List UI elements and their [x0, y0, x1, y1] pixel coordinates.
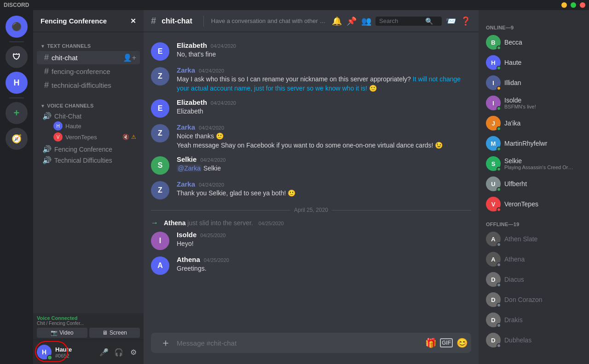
member-name-isolde: Isolde [504, 97, 582, 104]
text-channels-category[interactable]: ▼ TEXT CHANNELS [33, 36, 144, 51]
settings-button[interactable]: ⚙ [127, 346, 140, 358]
screen-icon: 🖥 [102, 330, 108, 336]
member-avatar-container: U [486, 176, 501, 191]
chat-header: # chit-chat Have a conversation and chat… [144, 10, 479, 32]
voice-connected-channel: Chit / Fencing Confer... [37, 321, 140, 326]
member-athenslate[interactable]: A Athen Slate [482, 229, 585, 249]
dm-icon[interactable]: 📨 [445, 16, 456, 27]
pinned-messages-icon[interactable]: 📌 [346, 16, 357, 27]
microphone-button[interactable]: 🎤 [98, 346, 110, 358]
gif-button[interactable]: GIF [440, 338, 453, 347]
message-text: May I ask who this is so I can rename yo… [177, 75, 471, 93]
system-user-link-athena[interactable]: Athena [164, 219, 185, 227]
member-avatar-container: J [486, 116, 501, 131]
member-selkie[interactable]: S Selkie Playing Assassin's Creed Origi.… [482, 154, 585, 174]
voice-fencing-name: Fencing Conference [54, 146, 112, 153]
explore-servers-button[interactable]: 🧭 [6, 128, 28, 150]
channel-item-fencing-conference[interactable]: # fencing-conference [37, 65, 140, 78]
member-drakis[interactable]: D Drakis [482, 310, 585, 330]
video-button[interactable]: 📷 Video [37, 328, 87, 338]
channel-name-chit-chat: chit-chat [52, 54, 121, 62]
voice-channel-tech[interactable]: 🔊 Technical Difficulties [37, 155, 140, 165]
minimize-button[interactable] [561, 2, 567, 8]
headset-button[interactable]: 🎧 [112, 346, 125, 358]
member-ulfberht[interactable]: U Ulfberht [482, 174, 585, 194]
member-avatar-container: M [486, 136, 501, 151]
author-elizabeth-2[interactable]: Elizabeth [177, 98, 207, 106]
member-info-haute: Haute [504, 59, 582, 66]
server-header[interactable]: Fencing Conference ✕ [33, 10, 144, 32]
member-verontepes[interactable]: V VeronTepes [482, 194, 585, 214]
author-zarka[interactable]: Zarka [177, 66, 195, 74]
member-name-ulfberht: Ulfberht [504, 180, 582, 188]
channel-item-technical-difficulties[interactable]: # technical-difficulties [37, 79, 140, 92]
voice-user-haute[interactable]: H Haute [53, 120, 136, 131]
member-martinrhyfelwr[interactable]: M MartinRhyfelwr [482, 133, 585, 154]
add-server-button[interactable]: + [6, 102, 28, 124]
author-zarka-2[interactable]: Zarka [177, 123, 195, 131]
search-input[interactable] [379, 17, 425, 24]
author-isolde[interactable]: Isolde [177, 231, 196, 239]
message-group-elizabeth-1: E Elizabeth 04/24/2020 No, that's fine [144, 40, 479, 63]
member-name-drakis: Drakis [504, 316, 582, 324]
avatar-elizabeth-2: E [151, 99, 169, 118]
user-info: Haute #0652 [55, 346, 94, 358]
author-athena[interactable]: Athena [177, 256, 200, 263]
member-dubhelas[interactable]: D Dubhelas [482, 330, 585, 350]
gift-icon[interactable]: 🎁 [423, 336, 438, 350]
server-name: Fencing Conference [40, 17, 107, 25]
message-group-elizabeth-2: E Elizabeth 04/24/2020 Elizabeth [144, 97, 479, 119]
avatar-zarka: Z [151, 67, 169, 85]
message-text: No, that's fine [177, 50, 471, 59]
member-isolde[interactable]: I Isolde BSFMN's live! [482, 93, 585, 113]
channel-item-chit-chat[interactable]: # chit-chat 👤+ [37, 51, 140, 64]
discord-home-icon[interactable]: ⚫ [6, 16, 28, 38]
author-elizabeth[interactable]: Elizabeth [177, 41, 207, 49]
member-doncorazon[interactable]: D Don Corazon [482, 290, 585, 310]
member-haute[interactable]: H Haute [482, 52, 585, 73]
members-sidebar: ONLINE—9 B Becca H Haute I [479, 10, 589, 364]
voice-channel-chit-chat[interactable]: 🔊 Chit-Chat H Haute V VeronTepes 🔇 ⚠ [37, 111, 140, 143]
voice-channels-category[interactable]: ▼ VOICE CHANNELS [33, 96, 144, 110]
member-jaika[interactable]: J Ja'ika [482, 113, 585, 133]
speaker-icon-2: 🔊 [42, 145, 52, 154]
voice-channel-name: Chit-Chat [54, 113, 81, 120]
avatar-elizabeth: E [151, 42, 169, 61]
server-icon-shield[interactable]: 🛡 [6, 46, 28, 68]
member-diacus[interactable]: D Diacus [482, 269, 585, 290]
screen-button[interactable]: 🖥 Screen [89, 328, 140, 338]
voice-connected-bar: Voice Connected Chit / Fencing Confer...… [33, 313, 144, 340]
messages-area: E Elizabeth 04/24/2020 No, that's fine Z… [144, 32, 479, 333]
member-becca[interactable]: B Becca [482, 32, 585, 52]
author-selkie[interactable]: Selkie [177, 155, 196, 163]
message-input[interactable] [177, 334, 420, 352]
member-status-ulfberht [497, 187, 501, 192]
server-divider-2 [9, 97, 24, 98]
emoji-button[interactable]: 😊 [455, 336, 469, 350]
close-button[interactable] [580, 2, 585, 8]
search-bar[interactable]: 🔍 [375, 17, 442, 26]
help-icon[interactable]: ❓ [460, 16, 471, 27]
members-icon[interactable]: 👥 [361, 16, 372, 27]
member-athena-offline[interactable]: A Athena [482, 249, 585, 269]
mention-zarka[interactable]: @Zarka [177, 165, 202, 172]
speaker-icon-3: 🔊 [42, 156, 52, 165]
add-member-icon[interactable]: 👤+ [123, 53, 136, 62]
voice-user-verontepes[interactable]: V VeronTepes 🔇 ⚠ [53, 131, 136, 142]
server-icon-h[interactable]: H [6, 72, 28, 94]
add-file-button[interactable]: ＋ [158, 333, 173, 353]
author-zarka-3[interactable]: Zarka [177, 180, 195, 188]
link-itwill[interactable]: It will not change your actual account n… [177, 75, 461, 92]
member-avatar-container: D [486, 333, 501, 347]
voice-channel-fencing[interactable]: 🔊 Fencing Conference [37, 144, 140, 154]
message-content-athena: Athena 04/25/2020 Greetings. [177, 256, 471, 275]
server-divider [9, 41, 24, 42]
message-content-zarka-1: Zarka 04/24/2020 May I ask who this is s… [177, 66, 471, 93]
timestamp: 04/24/2020 [211, 100, 236, 106]
member-name-athenslate: Athen Slate [504, 235, 582, 243]
maximize-button[interactable] [571, 2, 576, 8]
notifications-icon[interactable]: 🔔 [331, 16, 342, 27]
member-illidan[interactable]: I Illidan [482, 73, 585, 93]
online-members-category: ONLINE—9 [482, 17, 585, 32]
user-avatar-container[interactable]: H [37, 345, 52, 359]
